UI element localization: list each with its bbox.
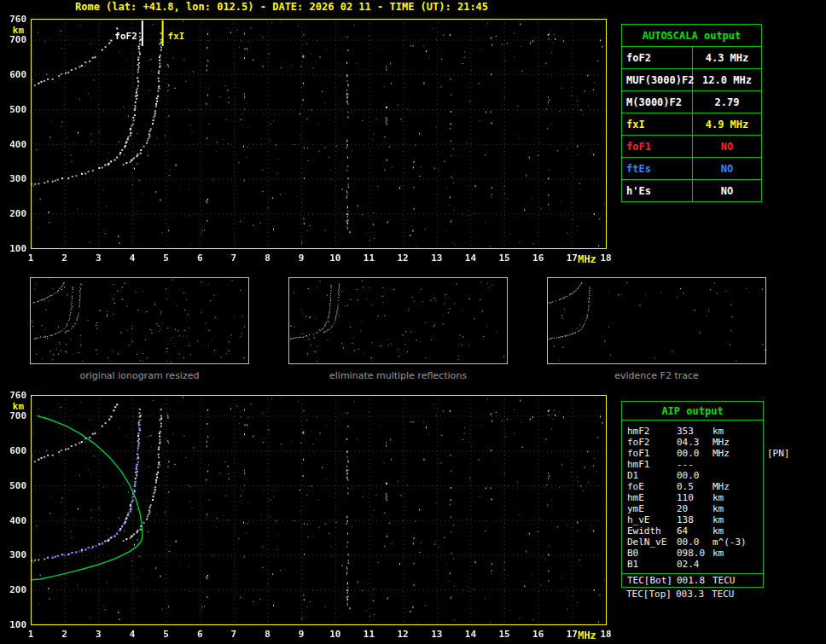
aip-row: D1 00.0 <box>622 470 763 481</box>
thumbnail-caption: original ionogram resized <box>30 370 249 381</box>
table-row: M(3000)F2 2.79 <box>622 91 761 113</box>
thumbnail-evidence-f2-trace <box>547 277 766 364</box>
param-label: MUF(3000)F2 <box>622 69 693 90</box>
aip-param-label: B0 <box>627 548 638 559</box>
aip-param-note: [PN] <box>767 448 790 459</box>
aip-param-unit: km <box>713 426 724 437</box>
param-value: NO <box>693 136 761 157</box>
aip-param-unit: km <box>713 548 724 559</box>
thumbnail-caption: eliminate multiple reflections <box>288 370 508 381</box>
aip-param-label: hmF2 <box>627 426 650 437</box>
table-row: foF1 NO <box>622 136 761 158</box>
aip-output-table: AIP output hmF2 353 km foF2 04.3 MHz foF… <box>621 401 764 588</box>
param-value: NO <box>693 180 761 201</box>
ionogram-main-canvas <box>0 12 619 270</box>
aip-param-unit: km <box>713 525 724 537</box>
aip-param-unit: km <box>713 514 724 525</box>
aip-param-value: 0.5 <box>677 481 694 492</box>
aip-param-unit: m^(-3) <box>713 537 747 548</box>
table-row: h'Es NO <box>622 180 761 201</box>
aip-row: h_vE 138 km <box>622 514 763 525</box>
window-title: Rome (lat: +41.8, lon: 012.5) - DATE: 20… <box>75 1 488 13</box>
aip-row: B1 02.4 <box>622 559 763 570</box>
aip-row-tec-top: TEC[Top] 003.3 TECU <box>621 589 762 601</box>
aip-param-value: 00.0 <box>677 470 700 481</box>
ionogram-profile-canvas <box>0 388 619 644</box>
aip-row: ymE 20 km <box>622 503 763 514</box>
aip-row: Ewidth 64 km <box>622 525 763 537</box>
aip-param-label: ymE <box>627 503 644 514</box>
param-value: 4.9 MHz <box>693 113 761 135</box>
aip-param-value: 04.3 <box>677 437 700 448</box>
aip-param-label: h_vE <box>627 514 650 525</box>
param-value: NO <box>693 158 761 179</box>
aip-param-value: --- <box>677 459 694 470</box>
param-label: fxI <box>622 113 693 135</box>
aip-output-title: AIP output <box>622 402 763 421</box>
param-label: foF2 <box>622 47 693 68</box>
aip-param-unit: MHz <box>713 448 730 459</box>
aip-row: hmE 110 km <box>622 492 763 503</box>
table-row: MUF(3000)F2 12.0 MHz <box>622 69 761 91</box>
aip-param-unit: TECU <box>712 589 735 600</box>
thumbnail-caption: evidence F2 trace <box>547 370 766 381</box>
aip-row: hmF1 --- <box>622 459 763 470</box>
autoscala-output-title: AUTOSCALA output <box>622 25 761 47</box>
aip-param-label: hmF1 <box>627 459 650 470</box>
aip-param-label: hmE <box>627 492 644 503</box>
param-label: ftEs <box>622 158 693 179</box>
aip-param-label: TEC[Top] <box>626 589 672 600</box>
aip-param-value: 353 <box>677 426 694 437</box>
table-row: foF2 4.3 MHz <box>622 47 761 69</box>
aip-param-unit: MHz <box>713 437 730 448</box>
aip-param-value: 138 <box>677 514 694 525</box>
aip-param-label: DelN_vE <box>627 537 666 548</box>
autoscala-output-table: AUTOSCALA output foF2 4.3 MHz MUF(3000)F… <box>621 24 762 202</box>
aip-param-label: foE <box>627 481 644 492</box>
aip-param-value: 003.3 <box>676 589 704 600</box>
table-row: fxI 4.9 MHz <box>622 113 761 136</box>
aip-param-unit: km <box>713 503 724 514</box>
thumbnail-eliminate-reflections <box>288 277 508 364</box>
param-label: M(3000)F2 <box>622 91 693 113</box>
aip-param-value: 001.8 <box>677 574 705 587</box>
param-value: 2.79 <box>693 91 761 113</box>
aip-row-tec-bottom: TEC[Bot] 001.8 TECU <box>622 574 763 587</box>
aip-param-label: Ewidth <box>627 525 661 537</box>
aip-param-value: 098.0 <box>677 548 705 559</box>
param-value: 12.0 MHz <box>693 69 761 90</box>
param-label: foF1 <box>622 136 693 157</box>
aip-rows: hmF2 353 km foF2 04.3 MHz foF1 00.0 MHz … <box>622 421 763 570</box>
autoscala-window: { "header": { "title": "Rome (lat: +41.8… <box>0 0 826 644</box>
aip-param-unit: km <box>713 492 724 503</box>
aip-param-value: 00.0 <box>677 537 700 548</box>
aip-row: DelN_vE 00.0 m^(-3) <box>622 537 763 548</box>
table-row: ftEs NO <box>622 158 761 180</box>
aip-row: hmF2 353 km <box>622 426 763 437</box>
aip-param-value: 64 <box>677 525 688 537</box>
aip-param-label: B1 <box>627 559 638 570</box>
aip-param-label: D1 <box>627 470 638 481</box>
param-value: 4.3 MHz <box>693 47 761 68</box>
aip-param-value: 02.4 <box>677 559 700 570</box>
aip-param-value: 00.0 <box>677 448 700 459</box>
aip-param-label: foF2 <box>627 437 650 448</box>
aip-param-value: 20 <box>677 503 688 514</box>
thumbnail-original-ionogram <box>30 277 249 364</box>
aip-param-unit: TECU <box>713 574 736 587</box>
aip-row: foF2 04.3 MHz <box>622 437 763 448</box>
aip-param-value: 110 <box>677 492 694 503</box>
aip-param-label: foF1 <box>627 448 650 459</box>
aip-row: foF1 00.0 MHz [PN] <box>622 448 763 459</box>
param-label: h'Es <box>622 180 693 201</box>
aip-param-label: TEC[Bot] <box>627 574 672 587</box>
aip-row: B0 098.0 km <box>622 548 763 559</box>
aip-param-unit: MHz <box>713 481 730 492</box>
aip-row: foE 0.5 MHz <box>622 481 763 492</box>
